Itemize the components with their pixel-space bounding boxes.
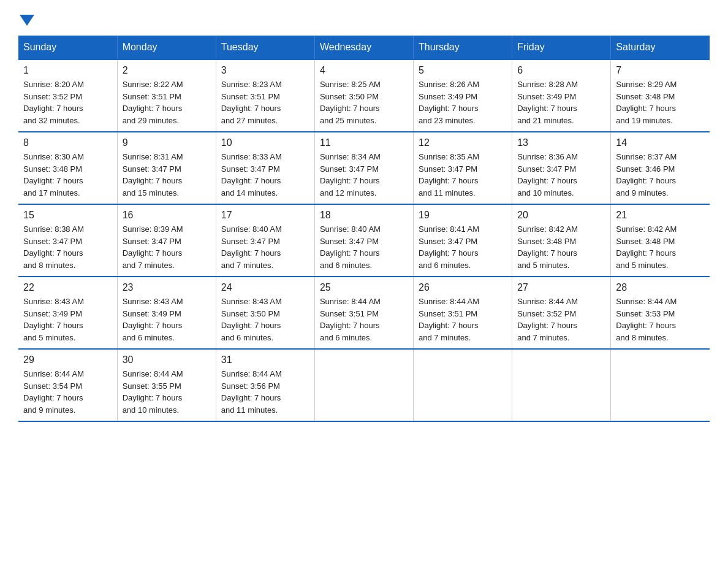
day-info: Sunrise: 8:44 AM Sunset: 3:51 PM Dayligh… [419,296,507,343]
calendar-cell: 3 Sunrise: 8:23 AM Sunset: 3:51 PM Dayli… [216,59,314,132]
calendar-cell: 14 Sunrise: 8:37 AM Sunset: 3:46 PM Dayl… [611,132,710,204]
calendar-cell: 10 Sunrise: 8:33 AM Sunset: 3:47 PM Dayl… [216,132,314,204]
day-info: Sunrise: 8:40 AM Sunset: 3:47 PM Dayligh… [221,223,309,271]
calendar-cell: 1 Sunrise: 8:20 AM Sunset: 3:52 PM Dayli… [18,59,117,132]
calendar-cell: 19 Sunrise: 8:41 AM Sunset: 3:47 PM Dayl… [414,204,512,277]
day-number: 1 [23,65,112,76]
calendar-table: SundayMondayTuesdayWednesdayThursdayFrid… [18,36,710,422]
weekday-header-wednesday: Wednesday [314,36,413,59]
weekday-header-sunday: Sunday [18,36,117,59]
calendar-cell: 25 Sunrise: 8:44 AM Sunset: 3:51 PM Dayl… [314,277,413,349]
day-number: 27 [517,282,605,293]
weekday-header-tuesday: Tuesday [216,36,314,59]
calendar-cell: 28 Sunrise: 8:44 AM Sunset: 3:53 PM Dayl… [611,277,710,349]
day-number: 10 [221,137,309,148]
day-number: 16 [123,210,211,221]
weekday-row: SundayMondayTuesdayWednesdayThursdayFrid… [18,36,710,59]
day-info: Sunrise: 8:39 AM Sunset: 3:47 PM Dayligh… [123,223,211,271]
day-info: Sunrise: 8:28 AM Sunset: 3:49 PM Dayligh… [517,79,605,126]
calendar-cell [512,349,611,421]
day-number: 3 [221,65,309,76]
calendar-cell: 8 Sunrise: 8:30 AM Sunset: 3:48 PM Dayli… [18,132,117,204]
calendar-cell: 31 Sunrise: 8:44 AM Sunset: 3:56 PM Dayl… [216,349,314,421]
day-number: 28 [616,282,705,293]
calendar-cell [611,349,710,421]
day-info: Sunrise: 8:44 AM Sunset: 3:56 PM Dayligh… [221,368,309,416]
calendar-cell: 12 Sunrise: 8:35 AM Sunset: 3:47 PM Dayl… [414,132,512,204]
weekday-header-monday: Monday [117,36,216,59]
day-number: 13 [517,137,605,148]
calendar-week-5: 29 Sunrise: 8:44 AM Sunset: 3:54 PM Dayl… [18,349,710,421]
calendar-week-1: 1 Sunrise: 8:20 AM Sunset: 3:52 PM Dayli… [18,59,710,132]
day-info: Sunrise: 8:35 AM Sunset: 3:47 PM Dayligh… [419,151,507,199]
day-info: Sunrise: 8:31 AM Sunset: 3:47 PM Dayligh… [123,151,211,199]
calendar-cell: 22 Sunrise: 8:43 AM Sunset: 3:49 PM Dayl… [18,277,117,349]
day-number: 23 [123,282,211,293]
day-info: Sunrise: 8:23 AM Sunset: 3:51 PM Dayligh… [221,79,309,126]
day-info: Sunrise: 8:44 AM Sunset: 3:52 PM Dayligh… [517,296,605,343]
calendar-cell: 29 Sunrise: 8:44 AM Sunset: 3:54 PM Dayl… [18,349,117,421]
calendar-week-4: 22 Sunrise: 8:43 AM Sunset: 3:49 PM Dayl… [18,277,710,349]
logo-triangle-icon [20,15,34,26]
day-info: Sunrise: 8:44 AM Sunset: 3:53 PM Dayligh… [616,296,705,343]
page-header [18,12,710,26]
day-info: Sunrise: 8:44 AM Sunset: 3:55 PM Dayligh… [123,368,211,416]
day-number: 22 [23,282,112,293]
day-number: 6 [517,65,605,76]
calendar-cell: 24 Sunrise: 8:43 AM Sunset: 3:50 PM Dayl… [216,277,314,349]
day-number: 18 [320,210,408,221]
day-number: 30 [123,354,211,366]
day-info: Sunrise: 8:29 AM Sunset: 3:48 PM Dayligh… [616,79,705,126]
logo [18,12,34,26]
day-number: 8 [23,137,112,148]
day-info: Sunrise: 8:30 AM Sunset: 3:48 PM Dayligh… [23,151,112,199]
day-number: 15 [23,210,112,221]
calendar-cell: 20 Sunrise: 8:42 AM Sunset: 3:48 PM Dayl… [512,204,611,277]
calendar-cell: 13 Sunrise: 8:36 AM Sunset: 3:47 PM Dayl… [512,132,611,204]
day-info: Sunrise: 8:38 AM Sunset: 3:47 PM Dayligh… [23,223,112,271]
calendar-cell: 30 Sunrise: 8:44 AM Sunset: 3:55 PM Dayl… [117,349,216,421]
day-number: 31 [221,354,309,366]
day-info: Sunrise: 8:41 AM Sunset: 3:47 PM Dayligh… [419,223,507,271]
calendar-header: SundayMondayTuesdayWednesdayThursdayFrid… [18,36,710,59]
weekday-header-friday: Friday [512,36,611,59]
day-number: 11 [320,137,408,148]
day-number: 17 [221,210,309,221]
day-number: 9 [123,137,211,148]
day-info: Sunrise: 8:33 AM Sunset: 3:47 PM Dayligh… [221,151,309,199]
day-info: Sunrise: 8:36 AM Sunset: 3:47 PM Dayligh… [517,151,605,199]
day-info: Sunrise: 8:20 AM Sunset: 3:52 PM Dayligh… [23,79,112,126]
day-number: 12 [419,137,507,148]
calendar-cell: 18 Sunrise: 8:40 AM Sunset: 3:47 PM Dayl… [314,204,413,277]
calendar-cell: 11 Sunrise: 8:34 AM Sunset: 3:47 PM Dayl… [314,132,413,204]
day-number: 5 [419,65,507,76]
calendar-cell: 4 Sunrise: 8:25 AM Sunset: 3:50 PM Dayli… [314,59,413,132]
calendar-cell: 9 Sunrise: 8:31 AM Sunset: 3:47 PM Dayli… [117,132,216,204]
calendar-cell: 27 Sunrise: 8:44 AM Sunset: 3:52 PM Dayl… [512,277,611,349]
weekday-header-thursday: Thursday [414,36,512,59]
day-number: 21 [616,210,705,221]
calendar-week-2: 8 Sunrise: 8:30 AM Sunset: 3:48 PM Dayli… [18,132,710,204]
day-info: Sunrise: 8:42 AM Sunset: 3:48 PM Dayligh… [517,223,605,271]
calendar-cell: 21 Sunrise: 8:42 AM Sunset: 3:48 PM Dayl… [611,204,710,277]
calendar-cell [314,349,413,421]
day-number: 4 [320,65,408,76]
calendar-cell: 7 Sunrise: 8:29 AM Sunset: 3:48 PM Dayli… [611,59,710,132]
day-info: Sunrise: 8:37 AM Sunset: 3:46 PM Dayligh… [616,151,705,199]
day-info: Sunrise: 8:43 AM Sunset: 3:49 PM Dayligh… [123,296,211,343]
day-info: Sunrise: 8:43 AM Sunset: 3:49 PM Dayligh… [23,296,112,343]
day-number: 14 [616,137,705,148]
calendar-cell: 15 Sunrise: 8:38 AM Sunset: 3:47 PM Dayl… [18,204,117,277]
day-number: 7 [616,65,705,76]
weekday-header-saturday: Saturday [611,36,710,59]
calendar-cell: 23 Sunrise: 8:43 AM Sunset: 3:49 PM Dayl… [117,277,216,349]
day-info: Sunrise: 8:25 AM Sunset: 3:50 PM Dayligh… [320,79,408,126]
day-number: 26 [419,282,507,293]
day-number: 29 [23,354,112,366]
day-number: 24 [221,282,309,293]
day-info: Sunrise: 8:42 AM Sunset: 3:48 PM Dayligh… [616,223,705,271]
calendar-cell: 6 Sunrise: 8:28 AM Sunset: 3:49 PM Dayli… [512,59,611,132]
day-number: 25 [320,282,408,293]
calendar-week-3: 15 Sunrise: 8:38 AM Sunset: 3:47 PM Dayl… [18,204,710,277]
day-info: Sunrise: 8:22 AM Sunset: 3:51 PM Dayligh… [123,79,211,126]
